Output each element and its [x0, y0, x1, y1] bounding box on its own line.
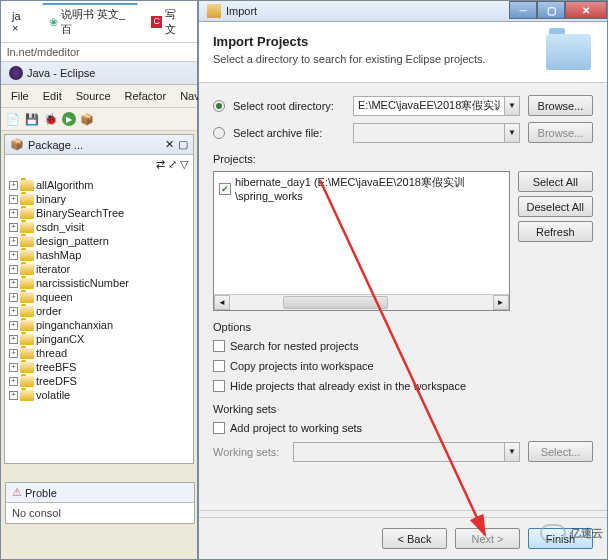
- ws-input: [293, 442, 504, 462]
- tree-item-label: pinganCX: [36, 333, 84, 345]
- expand-icon[interactable]: +: [9, 307, 18, 316]
- root-dir-radio[interactable]: [213, 100, 225, 112]
- expand-icon[interactable]: +: [9, 349, 18, 358]
- tree-item[interactable]: +volatile: [7, 388, 191, 402]
- expand-icon[interactable]: +: [9, 195, 18, 204]
- tree-item[interactable]: +BinarySearchTree: [7, 206, 191, 220]
- package-explorer: 📦 Package ... ✕ ▢ ⇄ ⤢ ▽ +allAlgorithm+bi…: [4, 134, 194, 464]
- menu-file[interactable]: File: [5, 88, 35, 104]
- dialog-heading: Import Projects: [213, 34, 486, 49]
- tree-item[interactable]: +iterator: [7, 262, 191, 276]
- folder-icon: [20, 236, 34, 247]
- scroll-thumb[interactable]: [283, 296, 388, 309]
- refresh-button[interactable]: Refresh: [518, 221, 593, 242]
- expand-icon[interactable]: +: [9, 251, 18, 260]
- scroll-right-icon[interactable]: ►: [493, 295, 509, 310]
- archive-input[interactable]: [353, 123, 504, 143]
- ws-add-checkbox[interactable]: [213, 422, 225, 434]
- projects-list[interactable]: ✔ hibernate_day1 (E:\MEC\javaEE\2018寒假实训…: [213, 171, 510, 311]
- opt-nested-checkbox[interactable]: [213, 340, 225, 352]
- collapse-icon[interactable]: ⇄: [156, 158, 165, 171]
- expand-icon[interactable]: +: [9, 391, 18, 400]
- expand-icon[interactable]: +: [9, 377, 18, 386]
- chevron-down-icon[interactable]: ▼: [504, 123, 520, 143]
- tree-item-label: volatile: [36, 389, 70, 401]
- tree-item-label: hashMap: [36, 249, 81, 261]
- ws-select-button: Select...: [528, 441, 593, 462]
- problems-tab[interactable]: Proble: [25, 487, 57, 499]
- ext-icon[interactable]: 📦: [79, 111, 95, 127]
- link-icon[interactable]: ⤢: [168, 158, 177, 171]
- deselect-all-button[interactable]: Deselect All: [518, 196, 593, 217]
- archive-combo[interactable]: ▼: [353, 123, 520, 143]
- browse-archive-button: Browse...: [528, 122, 593, 143]
- folder-icon: [20, 292, 34, 303]
- expand-icon[interactable]: +: [9, 237, 18, 246]
- tree-item-label: narcissisticNumber: [36, 277, 129, 289]
- browser-tab[interactable]: ja ×: [5, 3, 36, 40]
- tree-item[interactable]: +treeDFS: [7, 374, 191, 388]
- expand-icon[interactable]: +: [9, 223, 18, 232]
- tree-item[interactable]: +binary: [7, 192, 191, 206]
- tree-item[interactable]: +narcissisticNumber: [7, 276, 191, 290]
- menu-refactor[interactable]: Refactor: [119, 88, 173, 104]
- archive-radio[interactable]: [213, 127, 225, 139]
- tree-item[interactable]: +order: [7, 304, 191, 318]
- expand-icon[interactable]: +: [9, 321, 18, 330]
- options-label: Options: [213, 321, 593, 333]
- browse-root-button[interactable]: Browse...: [528, 95, 593, 116]
- menu-source[interactable]: Source: [70, 88, 117, 104]
- menu-edit[interactable]: Edit: [37, 88, 68, 104]
- debug-icon[interactable]: 🐞: [43, 111, 59, 127]
- expand-icon[interactable]: +: [9, 181, 18, 190]
- project-checkbox[interactable]: ✔: [219, 183, 231, 195]
- dialog-titlebar: Import ─ ▢ ✕: [199, 1, 607, 22]
- dialog-title: Import: [226, 5, 257, 17]
- h-scrollbar[interactable]: ◄ ►: [214, 294, 509, 310]
- tree-item[interactable]: +thread: [7, 346, 191, 360]
- tree-item[interactable]: +pinganchanxian: [7, 318, 191, 332]
- package-tab-label[interactable]: Package ...: [28, 139, 83, 151]
- window-title: Java - Eclipse: [27, 67, 95, 79]
- expand-icon[interactable]: +: [9, 265, 18, 274]
- tree-item[interactable]: +hashMap: [7, 248, 191, 262]
- new-icon[interactable]: 📄: [5, 111, 21, 127]
- tree-item[interactable]: +design_pattern: [7, 234, 191, 248]
- tree-item-label: treeBFS: [36, 361, 76, 373]
- root-dir-combo[interactable]: ▼: [353, 96, 520, 116]
- console-text: No consol: [6, 503, 194, 523]
- tree-item[interactable]: +nqueen: [7, 290, 191, 304]
- opt-hide-checkbox[interactable]: [213, 380, 225, 392]
- root-dir-input[interactable]: [353, 96, 504, 116]
- tree-item[interactable]: +treeBFS: [7, 360, 191, 374]
- browser-tab[interactable]: ❀说明书 英文_百: [42, 3, 138, 40]
- project-item-label: hibernate_day1 (E:\MEC\javaEE\2018寒假实训\s…: [235, 175, 504, 202]
- minimize-button[interactable]: ─: [509, 1, 537, 19]
- select-all-button[interactable]: Select All: [518, 171, 593, 192]
- opt-copy-checkbox[interactable]: [213, 360, 225, 372]
- eclipse-titlebar: Java - Eclipse: [1, 62, 197, 85]
- tree-item-label: binary: [36, 193, 66, 205]
- dialog-subheading: Select a directory to search for existin…: [213, 53, 486, 65]
- expand-icon[interactable]: +: [9, 209, 18, 218]
- menu-icon[interactable]: ▽: [180, 158, 188, 171]
- expand-icon[interactable]: +: [9, 279, 18, 288]
- tree-item[interactable]: +csdn_visit: [7, 220, 191, 234]
- browser-tab[interactable]: C写文: [144, 3, 193, 40]
- expand-icon[interactable]: +: [9, 363, 18, 372]
- address-bar[interactable]: ln.net/mdeditor: [1, 43, 197, 62]
- folder-icon: [20, 278, 34, 289]
- save-icon[interactable]: 💾: [24, 111, 40, 127]
- chevron-down-icon[interactable]: ▼: [504, 96, 520, 116]
- tree-item[interactable]: +pinganCX: [7, 332, 191, 346]
- expand-icon[interactable]: +: [9, 293, 18, 302]
- tree-item[interactable]: +allAlgorithm: [7, 178, 191, 192]
- cloud-icon: [540, 524, 566, 542]
- scroll-left-icon[interactable]: ◄: [214, 295, 230, 310]
- run-icon[interactable]: ▶: [62, 112, 76, 126]
- close-button[interactable]: ✕: [565, 1, 607, 19]
- project-item[interactable]: ✔ hibernate_day1 (E:\MEC\javaEE\2018寒假实训…: [214, 172, 509, 205]
- maximize-button[interactable]: ▢: [537, 1, 565, 19]
- back-button[interactable]: < Back: [382, 528, 447, 549]
- expand-icon[interactable]: +: [9, 335, 18, 344]
